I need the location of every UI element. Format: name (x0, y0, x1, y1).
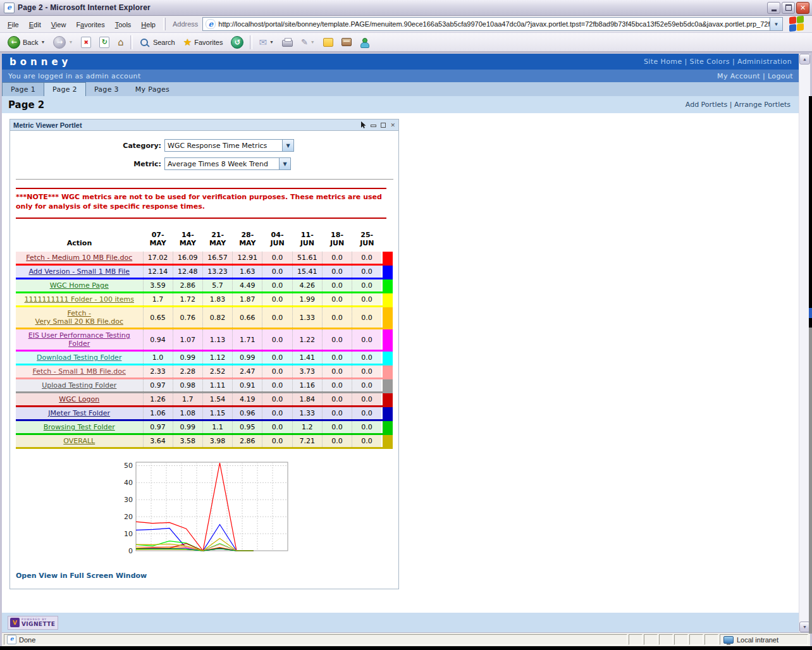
banner-link-administration[interactable]: Administration (737, 58, 792, 66)
search-icon (140, 39, 148, 46)
page-title: Page 2 (8, 99, 44, 111)
metric-value-cell: 0.0 (352, 407, 382, 420)
messenger-button[interactable] (356, 37, 372, 48)
metric-value-cell: 12.48 (173, 265, 202, 279)
metric-value-cell: 0.0 (262, 365, 292, 379)
category-row: Category: WGC Response Time Metrics ▼ (16, 139, 393, 152)
action-link[interactable]: EIS User Performance Testing Folder (28, 331, 130, 348)
tab-page-2[interactable]: Page 2 (44, 82, 86, 96)
action-link[interactable]: Browsing Test Folder (44, 423, 115, 431)
metric-value-cell: 0.0 (322, 293, 352, 307)
menu-edit[interactable]: Edit (24, 19, 46, 30)
tab-page-1[interactable]: Page 1 (2, 82, 44, 96)
close-button[interactable]: ✕ (796, 2, 809, 14)
account-link-logout[interactable]: Logout (768, 72, 793, 80)
restore-button[interactable] (782, 2, 795, 14)
category-select[interactable]: WGC Response Time Metrics ▼ (164, 139, 294, 152)
series-color-swatch (382, 329, 393, 351)
address-dropdown-button[interactable]: ▼ (770, 18, 782, 30)
metric-select[interactable]: Average Times 8 Week Trend ▼ (164, 157, 291, 170)
portlet-minimize-icon[interactable] (371, 125, 376, 127)
metric-value-cell: 0.0 (352, 365, 382, 379)
metric-value-cell: 1.54 (202, 393, 232, 407)
menu-help[interactable]: Help (136, 19, 161, 30)
status-pane (704, 634, 718, 645)
research-button[interactable] (338, 37, 355, 47)
address-input[interactable]: http://localhost/portal/site/bonney/temp… (218, 20, 770, 28)
chevron-down-icon[interactable]: ▼ (282, 140, 293, 151)
account-link-my-account[interactable]: My Account (717, 72, 760, 80)
menu-favorites[interactable]: Favorites (71, 19, 109, 30)
action-link[interactable]: Fetch - Small 1 MB File.doc (32, 367, 126, 376)
print-button[interactable] (278, 36, 297, 48)
favorites-star-icon: ★ (183, 37, 192, 48)
action-link[interactable]: OVERALL (63, 437, 95, 445)
refresh-icon: ↻ (99, 37, 109, 48)
action-link[interactable]: Upload Testing Folder (42, 381, 116, 389)
zone-text: Local intranet (737, 636, 778, 644)
metric-value-cell: 0.0 (352, 265, 382, 279)
action-link[interactable]: WGC Logon (59, 395, 99, 403)
banner-link-site-colors[interactable]: Site Colors (690, 58, 730, 66)
metric-row: Metric: Average Times 8 Week Trend ▼ (16, 157, 393, 170)
back-dropdown-icon: ▼ (40, 40, 45, 44)
action-link[interactable]: 1111111111 Folder - 100 items (24, 295, 134, 304)
portlet-close-icon[interactable]: ✕ (390, 122, 395, 128)
history-icon: ↺ (231, 36, 243, 49)
refresh-button[interactable]: ↻ (95, 35, 113, 49)
favorites-button[interactable]: ★ Favorites (180, 35, 227, 49)
scroll-up-button[interactable]: ▲ (799, 54, 810, 64)
y-axis-tick-label: 20 (124, 513, 133, 521)
vignette-label: VIGNETTE (22, 621, 55, 627)
menu-view[interactable]: View (46, 19, 71, 30)
chevron-down-icon[interactable]: ▼ (279, 158, 290, 169)
portlet-maximize-icon[interactable] (381, 123, 386, 128)
action-link[interactable]: Fetch - Medium 10 MB File.doc (26, 254, 132, 262)
page-action-arrange-portlets[interactable]: Arrange Portlets (734, 101, 790, 109)
menu-file[interactable]: File (3, 19, 24, 30)
y-axis-tick-label: 50 (124, 462, 133, 470)
discuss-button[interactable] (319, 37, 337, 48)
series-color-swatch (382, 279, 393, 293)
stop-button[interactable]: ✖ (77, 35, 95, 49)
tab-my-pages[interactable]: My Pages (127, 82, 178, 96)
action-link[interactable]: WGC Home Page (50, 281, 109, 290)
home-button[interactable]: ⌂ (114, 35, 128, 49)
forward-button[interactable]: → ▼ (49, 35, 77, 50)
date-column-header: 25- JUN (352, 228, 382, 252)
metric-value-cell: 0.0 (262, 351, 292, 365)
history-button[interactable]: ↺ (227, 35, 247, 50)
address-bar[interactable]: e http://localhost/portal/site/bonney/te… (202, 17, 783, 31)
metric-value-cell: 0.0 (352, 293, 382, 307)
action-link[interactable]: Add Version - Small 1 MB File (28, 267, 130, 276)
research-icon (341, 38, 352, 46)
action-link[interactable]: Download Testing Folder (37, 353, 121, 362)
forward-icon: → (53, 36, 66, 49)
search-button[interactable]: Search (135, 36, 179, 49)
vignette-badge[interactable]: V POWERED BY VIGNETTE (8, 616, 58, 630)
metric-value-cell: 3.58 (173, 434, 202, 448)
metric-value-cell: 0.99 (173, 351, 202, 365)
menu-tools[interactable]: Tools (110, 19, 137, 30)
banner-link-site-home[interactable]: Site Home (644, 58, 682, 66)
edit-button[interactable]: ✎ ▼ (297, 36, 319, 48)
mail-button[interactable]: ✉ ▼ (255, 35, 278, 49)
metric-value-cell: 0.0 (322, 307, 352, 329)
action-link[interactable]: Fetch - Very Small 20 KB File.doc (35, 309, 123, 326)
fullscreen-link[interactable]: Open View in Full Screen Window (16, 572, 393, 580)
metric-value-cell: 1.2 (292, 420, 322, 434)
metric-value-cell: 0.98 (173, 379, 202, 393)
tab-page-3[interactable]: Page 3 (86, 82, 127, 96)
back-label: Back (23, 39, 38, 46)
back-button[interactable]: ← Back ▼ (4, 35, 49, 50)
action-link[interactable]: JMeter Test Folder (48, 409, 110, 417)
banner-links: Site Home | Site Colors | Administration (644, 58, 792, 66)
status-pane (629, 634, 643, 645)
favorites-label: Favorites (194, 39, 223, 46)
page-action-add-portlets[interactable]: Add Portlets (686, 101, 727, 109)
minimize-button[interactable] (767, 2, 780, 14)
page-body: Metric Viewer Portlet ✕ Category: WGC Re… (2, 113, 799, 613)
action-cell: OVERALL (16, 434, 143, 448)
metric-value-cell: 51.61 (292, 252, 322, 265)
metric-value-cell: 7.21 (292, 434, 322, 448)
